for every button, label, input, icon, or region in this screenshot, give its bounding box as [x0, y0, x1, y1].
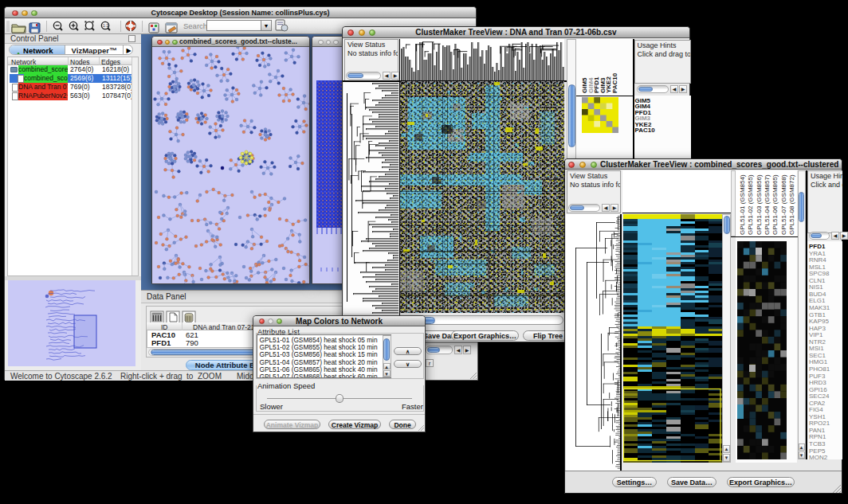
- svg-text:GPL51-03 (GSM856): GPL51-03 (GSM856): [756, 174, 763, 235]
- svg-text:PAC10: PAC10: [611, 72, 618, 93]
- svg-text:GPL51-07 (GSM868): GPL51-07 (GSM868): [780, 174, 787, 235]
- svg-text:1:1: 1:1: [103, 23, 108, 28]
- svg-text:GPL51-01 (GSM854): GPL51-01 (GSM854): [739, 174, 746, 235]
- svg-text:GPL51-08 (GSM872): GPL51-08 (GSM872): [788, 174, 795, 235]
- svg-text:GPL51-06 (GSM865): GPL51-06 (GSM865): [771, 174, 779, 235]
- svg-text:GPL51-02 (GSM855): GPL51-02 (GSM855): [747, 174, 754, 235]
- svg-text:GPL51-04 (GSM857): GPL51-04 (GSM857): [764, 174, 771, 235]
